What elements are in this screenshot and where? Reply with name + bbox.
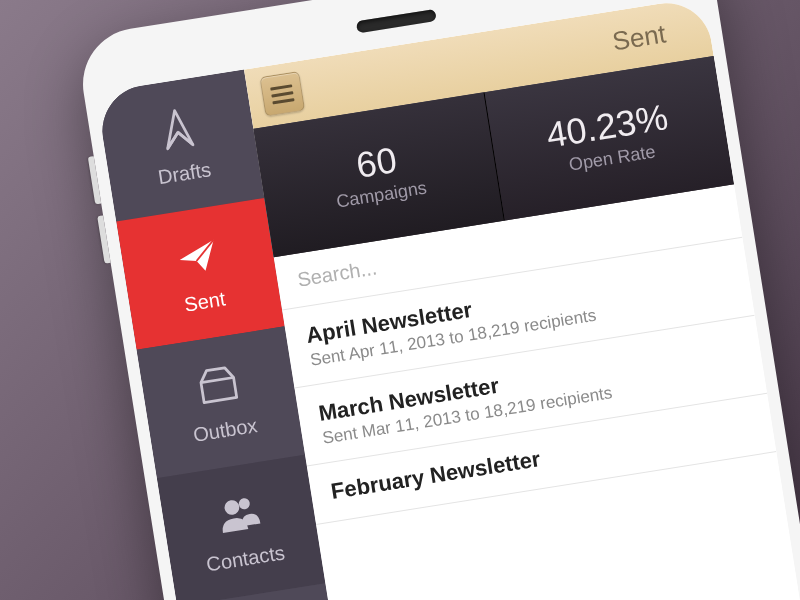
main-content: Sent 60 Campaigns 40.23% Open Rate April… bbox=[244, 0, 800, 600]
screen: Drafts Sent Outbox bbox=[96, 0, 800, 600]
volume-down-button bbox=[97, 215, 110, 263]
stat-value: 60 bbox=[354, 142, 399, 184]
svg-point-2 bbox=[223, 499, 240, 516]
paper-plane-icon bbox=[173, 231, 223, 281]
svg-point-3 bbox=[238, 497, 251, 510]
sidebar-item-label: Outbox bbox=[192, 414, 259, 447]
sidebar-item-label: Drafts bbox=[156, 158, 212, 189]
sidebar-item-outbox[interactable]: Outbox bbox=[137, 326, 305, 478]
volume-up-button bbox=[88, 156, 101, 204]
sidebar-item-sent[interactable]: Sent bbox=[116, 198, 284, 350]
sidebar-item-label: Sent bbox=[183, 287, 227, 316]
sidebar-item-label: Contacts bbox=[205, 541, 287, 576]
stat-label: Campaigns bbox=[335, 177, 428, 212]
menu-button[interactable] bbox=[259, 71, 305, 117]
phone-frame: Drafts Sent Outbox bbox=[75, 0, 800, 600]
sidebar-item-drafts[interactable]: Drafts bbox=[96, 70, 264, 222]
svg-line-0 bbox=[165, 132, 180, 148]
contacts-icon bbox=[213, 488, 263, 538]
drafts-icon bbox=[152, 103, 202, 153]
sidebar-item-contacts[interactable]: Contacts bbox=[157, 455, 325, 600]
hamburger-icon bbox=[270, 84, 292, 90]
outbox-icon bbox=[193, 360, 243, 410]
phone-speaker bbox=[356, 9, 437, 33]
